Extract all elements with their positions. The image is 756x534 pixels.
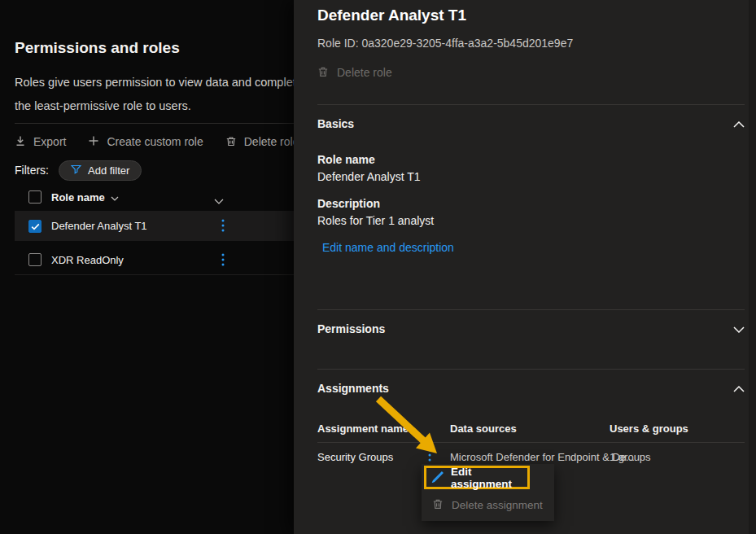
roles-table-header: Role name [15,186,294,208]
delete-assignment-menu-item[interactable]: Delete assignment [422,492,554,517]
chevron-up-icon [733,116,745,131]
delete-assignment-label: Delete assignment [452,499,543,511]
page-title: Permissions and roles [15,39,180,57]
assignment-row-users-groups: 1 groups [610,451,651,463]
assignments-header-divider [317,442,745,443]
section-divider [317,309,745,310]
page-description: Roles give users permission to view data… [15,71,303,118]
filters-row: Filters: Add filter [15,160,142,181]
section-divider [317,369,745,370]
assignment-actions-ellipsis-icon[interactable] [428,449,431,462]
select-all-checkbox[interactable] [28,190,42,204]
chevron-down-icon [733,322,745,336]
trash-icon [317,65,329,80]
delete-role-label: Delete role [337,66,392,79]
role-row-defender-analyst-t1[interactable]: Defender Analyst T1 [15,211,294,241]
users-groups-column-header: Users & groups [610,422,688,435]
role-name-column-label: Role name [51,191,105,204]
edit-assignment-menu-item[interactable]: Edit assignment [424,466,530,489]
page-description-line1: Roles give users permission to view data… [15,71,303,94]
role-name-column-header[interactable]: Role name [51,191,119,204]
assignment-name-column-header: Assignment name [317,422,409,435]
column-options-chevron-icon[interactable] [214,193,224,208]
assignment-row-data-sources: Microsoft Defender for Endpoint & De... [450,451,635,463]
row-checkbox-unchecked[interactable] [28,253,42,266]
description-label: Description [317,197,380,210]
delete-role-button[interactable]: Delete role [317,65,392,80]
row-actions-ellipsis-icon[interactable] [221,253,225,266]
role-row-name: Defender Analyst T1 [51,220,147,232]
role-details-flyout: Defender Analyst T1 Role ID: 0a320e29-32… [294,0,756,534]
edit-assignment-label: Edit assignment [451,466,522,490]
role-name-label: Role name [317,153,375,166]
roles-toolbar: Export Create custom role Delete roles [15,131,304,152]
sort-chevron-down-icon [111,191,119,204]
role-row-name: XDR ReadOnly [51,254,124,266]
permissions-heading: Permissions [317,322,385,335]
role-name-value: Defender Analyst T1 [317,170,421,183]
permissions-section-header[interactable]: Permissions [317,321,745,337]
basics-heading: Basics [317,117,354,130]
create-custom-role-button[interactable]: Create custom role [88,135,203,149]
filters-label: Filters: [15,164,49,177]
assignment-row-name: Security Groups [317,451,393,463]
download-icon [15,135,26,149]
data-sources-column-header: Data sources [450,422,517,435]
assignment-context-menu: Edit assignment Delete assignment [422,464,554,521]
description-value: Roles for Tier 1 analyst [317,214,434,227]
flyout-scrollbar[interactable] [749,0,756,534]
toolbar-divider [15,123,294,124]
filter-funnel-icon [71,164,81,177]
export-button[interactable]: Export [15,135,66,149]
create-custom-role-label: Create custom role [107,135,203,148]
assignments-section-header[interactable]: Assignments [317,380,745,396]
row-actions-ellipsis-icon[interactable] [221,219,225,232]
assignments-heading: Assignments [317,382,389,395]
pencil-icon [431,471,444,485]
export-label: Export [33,135,66,148]
add-filter-label: Add filter [88,164,129,177]
row-checkbox-checked[interactable] [28,220,42,233]
trash-icon [432,497,444,512]
basics-section-header[interactable]: Basics [317,116,745,132]
checkmark-icon [31,219,40,234]
section-divider [317,104,745,105]
trash-icon [225,135,237,149]
plus-icon [88,135,99,149]
edit-name-description-link[interactable]: Edit name and description [322,241,454,254]
role-id-text: Role ID: 0a320e29-3205-4ffa-a3a2-5b45d20… [317,37,573,50]
page-description-line2: the least-permissive role to users. [15,94,303,118]
flyout-title: Defender Analyst T1 [317,7,466,24]
role-row-xdr-readonly[interactable]: XDR ReadOnly [15,245,294,275]
chevron-up-icon [733,381,745,396]
add-filter-button[interactable]: Add filter [59,160,142,181]
delete-roles-button[interactable]: Delete roles [225,135,305,149]
